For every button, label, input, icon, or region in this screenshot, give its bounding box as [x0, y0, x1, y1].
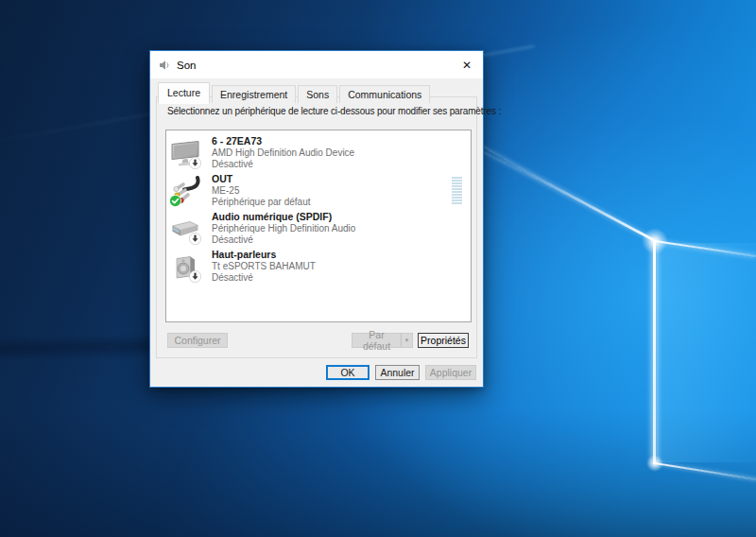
- device-description: AMD High Definition Audio Device: [212, 147, 354, 160]
- wallpaper-glow-point: [646, 455, 663, 472]
- device-name: OUT: [212, 173, 311, 185]
- wallpaper-glow-point: [642, 228, 668, 254]
- device-action-buttons: Par défaut ▼ Propriétés: [352, 333, 469, 348]
- disabled-arrow-badge-icon: [189, 233, 201, 245]
- device-status: Désactivé: [212, 159, 354, 171]
- device-status: Périphérique par défaut: [212, 197, 311, 209]
- disabled-arrow-badge-icon: [189, 270, 201, 283]
- default-check-badge-icon: [169, 195, 181, 207]
- device-name: Haut-parleurs: [212, 249, 316, 261]
- wallpaper-light-beam: [479, 147, 656, 242]
- set-default-dropdown[interactable]: ▼: [401, 333, 413, 348]
- wallpaper-light-beam: [655, 462, 756, 480]
- dialog-buttons: OK Annuler Appliquer: [326, 365, 476, 380]
- set-default-split-button[interactable]: Par défaut ▼: [352, 333, 413, 348]
- device-row-monitor[interactable]: 6 - 27EA73 AMD High Definition Audio Dev…: [166, 134, 471, 172]
- device-name: 6 - 27EA73: [212, 135, 354, 147]
- tab-enregistrement[interactable]: Enregistrement: [212, 85, 296, 103]
- title-bar[interactable]: Son ✕: [150, 51, 483, 78]
- tab-lecture[interactable]: Lecture: [158, 82, 210, 104]
- device-description: ME-25: [212, 185, 311, 198]
- tab-sons[interactable]: Sons: [298, 85, 337, 103]
- set-default-button[interactable]: Par défaut: [352, 333, 401, 348]
- close-icon: ✕: [462, 59, 472, 72]
- chevron-down-icon: ▼: [404, 338, 410, 343]
- properties-button[interactable]: Propriétés: [418, 333, 469, 348]
- window-title: Son: [177, 60, 196, 71]
- spdif-box-icon: [170, 214, 200, 244]
- monitor-icon: [170, 138, 200, 168]
- device-row-speakers[interactable]: Haut-parleurs Tt eSPORTS BAHAMUT Désacti…: [166, 248, 471, 286]
- rca-cables-icon: [170, 176, 200, 206]
- device-name: Audio numérique (SPDIF): [212, 211, 355, 223]
- level-meter: [452, 177, 462, 205]
- instruction-text: Sélectionnez un périphérique de lecture …: [167, 106, 473, 116]
- sound-dialog-window: Son ✕ Lecture Enregistrement Sons Commun…: [149, 50, 484, 388]
- speaker-box-icon: [170, 251, 200, 282]
- device-description: Tt eSPORTS BAHAMUT: [212, 261, 316, 273]
- disabled-arrow-badge-icon: [189, 157, 201, 169]
- tab-bar: Lecture Enregistrement Sons Communicatio…: [158, 81, 432, 103]
- tab-communications[interactable]: Communications: [339, 85, 430, 103]
- wallpaper-logo-pane: [657, 243, 756, 462]
- device-status: Désactivé: [212, 272, 316, 285]
- device-row-spdif[interactable]: Audio numérique (SPDIF) Périphérique Hig…: [166, 210, 471, 248]
- device-status: Désactivé: [212, 234, 355, 247]
- cancel-button[interactable]: Annuler: [375, 365, 420, 380]
- configure-button[interactable]: Configurer: [167, 333, 228, 348]
- ok-button[interactable]: OK: [326, 365, 369, 380]
- sound-title-icon: [158, 59, 171, 72]
- wallpaper-light-beam: [653, 240, 656, 464]
- apply-button[interactable]: Appliquer: [425, 365, 476, 380]
- device-description: Périphérique High Definition Audio: [212, 223, 355, 235]
- device-row-out[interactable]: OUT ME-25 Périphérique par défaut: [166, 172, 471, 210]
- playback-device-list[interactable]: 6 - 27EA73 AMD High Definition Audio Dev…: [165, 130, 472, 322]
- tab-page-lecture: Sélectionnez un périphérique de lecture …: [156, 96, 477, 358]
- close-button[interactable]: ✕: [451, 51, 483, 78]
